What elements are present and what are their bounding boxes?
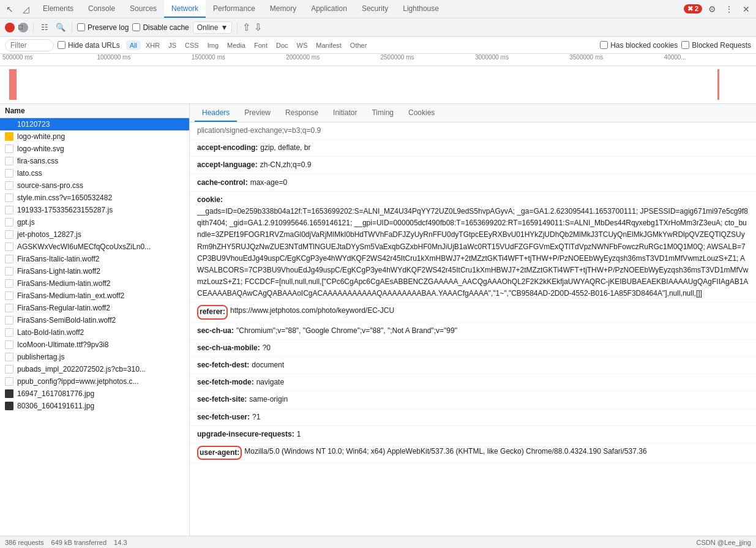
filter-type-xhr[interactable]: XHR (142, 40, 163, 50)
file-type-icon (5, 365, 13, 373)
list-item[interactable]: FiraSans-Light-latin.woff2 (0, 265, 189, 277)
list-item[interactable]: AGSKWxVecWI6uMECfqQcoUxsZiLn0... (0, 241, 189, 253)
list-item[interactable]: fira-sans.css (0, 155, 189, 167)
list-item[interactable]: FiraSans-Medium-latin_ext.woff2 (0, 290, 189, 302)
blocked-cookies-input[interactable] (600, 41, 608, 49)
tab-cookies[interactable]: Cookies (401, 104, 442, 122)
tab-performance[interactable]: Performance (206, 0, 263, 18)
separator-2 (72, 22, 72, 33)
list-item[interactable]: 191933-175335623155287.js (0, 204, 189, 216)
file-name: IcoMoon-Ultimate.ttf?9pv3i8 (17, 340, 108, 349)
list-item[interactable]: jet-photos_12827.js (0, 228, 189, 241)
headers-content[interactable]: plication/signed-exchange;v=b3;q=0.9acce… (190, 122, 756, 536)
tab-security[interactable]: Security (354, 0, 395, 18)
timeline-mark-3: 1500000 ms (189, 54, 283, 61)
preserve-log-checkbox[interactable]: Preserve log (77, 23, 129, 32)
header-key: sec-ch-ua-mobile: (197, 342, 260, 354)
list-item[interactable]: gpt.js (0, 216, 189, 228)
blocked-requests-checkbox[interactable]: Blocked Requests (681, 41, 751, 50)
disable-cache-checkbox[interactable]: Disable cache (132, 23, 189, 32)
tab-initiator[interactable]: Initiator (326, 104, 364, 122)
timeline-mark-8: 40000... (662, 54, 756, 61)
tab-response[interactable]: Response (278, 104, 326, 122)
chevron-down-icon: ▼ (220, 23, 228, 32)
tab-console[interactable]: Console (81, 0, 122, 18)
preserve-log-input[interactable] (77, 23, 85, 31)
blocked-requests-input[interactable] (681, 41, 689, 49)
list-item[interactable]: 80306_1604191611.jpg (0, 400, 189, 412)
throttle-select[interactable]: Online ▼ (193, 21, 233, 34)
list-item[interactable]: source-sans-pro.css (0, 179, 189, 192)
list-item[interactable]: lato.css (0, 167, 189, 179)
tab-preview[interactable]: Preview (237, 104, 278, 122)
tab-elements[interactable]: Elements (36, 0, 81, 18)
filter-type-other[interactable]: Other (346, 40, 371, 50)
file-name: FiraSans-Regular-latin.woff2 (17, 304, 110, 312)
clear-button[interactable]: □ (18, 23, 28, 32)
tab-application[interactable]: Application (304, 0, 354, 18)
tab-network[interactable]: Network (164, 0, 206, 18)
filter-type-font[interactable]: Font (250, 40, 271, 50)
file-type-icon (5, 353, 13, 361)
list-item[interactable]: FiraSans-Italic-latin.woff2 (0, 253, 189, 265)
tab-sources[interactable]: Sources (122, 0, 164, 18)
hide-data-urls-input[interactable] (58, 41, 65, 49)
undock-icon[interactable]: ↖ (2, 2, 17, 17)
list-item[interactable]: style.min.css?v=1650532482 (0, 192, 189, 204)
filter-input[interactable] (5, 39, 54, 51)
close-icon[interactable]: ✕ (739, 2, 754, 17)
right-panel: Headers Preview Response Initiator Timin… (190, 104, 756, 536)
filter-type-ws[interactable]: WS (293, 40, 312, 50)
timeline: 500000 ms 1000000 ms 1500000 ms 2000000 … (0, 54, 756, 104)
list-item[interactable]: FiraSans-Medium-latin.woff2 (0, 277, 189, 290)
file-name: logo-white.png (17, 132, 65, 141)
filter-type-manifest[interactable]: Manifest (312, 40, 345, 50)
hide-data-urls-checkbox[interactable]: Hide data URLs (58, 41, 120, 50)
tab-memory[interactable]: Memory (263, 0, 304, 18)
export-icon[interactable]: ⇩ (254, 21, 262, 33)
import-icon[interactable]: ⇧ (242, 21, 250, 33)
list-item[interactable]: 16947_1617081776.jpg (0, 388, 189, 400)
filter-type-doc[interactable]: Doc (272, 40, 292, 50)
file-type-icon (5, 267, 13, 276)
filter-type-css[interactable]: CSS (181, 40, 203, 50)
filter-type-js[interactable]: JS (165, 40, 180, 50)
timeline-area[interactable] (0, 66, 756, 104)
search-icon[interactable]: 🔍 (54, 21, 67, 34)
header-value: document (252, 359, 284, 371)
more-icon[interactable]: ⋮ (722, 2, 736, 17)
disable-cache-input[interactable] (132, 23, 140, 31)
tab-headers[interactable]: Headers (195, 104, 237, 122)
list-item[interactable]: pubads_impl_2022072502.js?cb=310... (0, 363, 189, 375)
list-item[interactable]: logo-white.png (0, 130, 189, 143)
list-item[interactable]: publishertag.js (0, 351, 189, 363)
main-panel: Name 10120723logo-white.pnglogo-white.sv… (0, 104, 756, 536)
left-panel: Name 10120723logo-white.pnglogo-white.sv… (0, 104, 190, 536)
timeline-mark-2: 1000000 ms (94, 54, 189, 61)
list-item[interactable]: ppub_config?ippd=www.jetphotos.c... (0, 375, 189, 388)
file-name: jet-photos_12827.js (17, 230, 81, 239)
header-row: referer: https://www.jetphotos.com/photo… (190, 302, 756, 322)
list-item[interactable]: logo-white.svg (0, 143, 189, 155)
list-item[interactable]: IcoMoon-Ultimate.ttf?9pv3i8 (0, 339, 189, 351)
tab-timing[interactable]: Timing (364, 104, 401, 122)
filter-icon[interactable]: ☷ (39, 21, 51, 34)
list-item[interactable]: FiraSans-Regular-latin.woff2 (0, 302, 189, 314)
filter-bar-right: Has blocked cookies Blocked Requests (600, 41, 751, 50)
settings-icon[interactable]: ⚙ (705, 2, 719, 17)
mobile-icon[interactable]: ◿ (18, 2, 33, 17)
file-name: 191933-175335623155287.js (17, 206, 113, 214)
list-item[interactable]: FiraSans-SemiBold-latin.woff2 (0, 314, 189, 326)
file-name: logo-white.svg (17, 145, 64, 153)
header-row: upgrade-insecure-requests: 1 (190, 426, 756, 443)
filter-type-all[interactable]: All (126, 40, 141, 50)
filter-type-media[interactable]: Media (223, 40, 249, 50)
filter-type-img[interactable]: Img (204, 40, 222, 50)
record-button[interactable] (5, 23, 15, 32)
list-item[interactable]: Lato-Bold-latin.woff2 (0, 326, 189, 339)
request-list[interactable]: 10120723logo-white.pnglogo-white.svgfira… (0, 118, 189, 536)
list-item[interactable]: 10120723 (0, 118, 189, 130)
blocked-cookies-checkbox[interactable]: Has blocked cookies (600, 41, 678, 50)
tab-lighthouse[interactable]: Lighthouse (395, 0, 446, 18)
file-name: 80306_1604191611.jpg (17, 402, 94, 410)
